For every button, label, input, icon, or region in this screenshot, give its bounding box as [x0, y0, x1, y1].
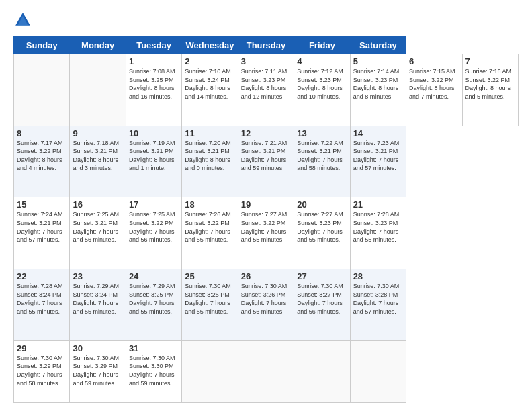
day-number: 13 — [297, 128, 347, 138]
calendar-day-cell: 9Sunrise: 7:18 AMSunset: 3:21 PMDaylight… — [70, 126, 126, 197]
day-info: Sunrise: 7:26 AMSunset: 3:22 PMDaylight:… — [185, 210, 234, 244]
day-info: Sunrise: 7:17 AMSunset: 3:22 PMDaylight:… — [17, 139, 66, 173]
calendar-day-cell: 15Sunrise: 7:24 AMSunset: 3:21 PMDayligh… — [14, 197, 70, 269]
day-number: 10 — [129, 128, 179, 138]
day-number: 2 — [185, 56, 234, 66]
day-number: 21 — [353, 199, 403, 210]
calendar-day-cell — [350, 340, 406, 402]
calendar-day-cell: 3Sunrise: 7:11 AMSunset: 3:23 PMDaylight… — [238, 54, 294, 126]
calendar-day-cell: 2Sunrise: 7:10 AMSunset: 3:24 PMDaylight… — [182, 54, 238, 126]
logo-icon — [13, 11, 32, 30]
calendar-day-cell: 22Sunrise: 7:28 AMSunset: 3:24 PMDayligh… — [14, 269, 70, 341]
day-info: Sunrise: 7:20 AMSunset: 3:21 PMDaylight:… — [185, 139, 234, 173]
day-number: 24 — [129, 271, 179, 281]
day-number: 20 — [297, 199, 347, 210]
day-info: Sunrise: 7:25 AMSunset: 3:21 PMDaylight:… — [73, 210, 122, 244]
weekday-header-cell: Sunday — [14, 37, 70, 54]
day-number: 28 — [353, 271, 403, 281]
day-number: 7 — [466, 56, 516, 66]
day-info: Sunrise: 7:30 AMSunset: 3:28 PMDaylight:… — [353, 282, 403, 316]
day-info: Sunrise: 7:24 AMSunset: 3:21 PMDaylight:… — [17, 210, 66, 244]
day-number: 30 — [73, 343, 122, 353]
calendar-day-cell: 31Sunrise: 7:30 AMSunset: 3:30 PMDayligh… — [126, 340, 181, 402]
day-number: 8 — [17, 128, 66, 138]
day-info: Sunrise: 7:30 AMSunset: 3:26 PMDaylight:… — [241, 282, 291, 316]
calendar-day-cell: 7Sunrise: 7:16 AMSunset: 3:22 PMDaylight… — [462, 54, 519, 126]
calendar-day-cell: 26Sunrise: 7:30 AMSunset: 3:26 PMDayligh… — [238, 269, 294, 341]
calendar-day-cell: 1Sunrise: 7:08 AMSunset: 3:25 PMDaylight… — [126, 54, 181, 126]
header — [13, 11, 519, 30]
day-number: 19 — [241, 199, 291, 210]
weekday-header-cell: Monday — [70, 37, 126, 54]
calendar-week-row: 1Sunrise: 7:08 AMSunset: 3:25 PMDaylight… — [14, 54, 519, 126]
calendar-day-cell: 28Sunrise: 7:30 AMSunset: 3:28 PMDayligh… — [350, 269, 406, 341]
day-number: 23 — [73, 271, 122, 281]
calendar-day-cell: 30Sunrise: 7:30 AMSunset: 3:29 PMDayligh… — [70, 340, 126, 402]
calendar-day-cell: 25Sunrise: 7:30 AMSunset: 3:25 PMDayligh… — [182, 269, 238, 341]
day-info: Sunrise: 7:10 AMSunset: 3:24 PMDaylight:… — [185, 67, 234, 101]
calendar-day-cell: 27Sunrise: 7:30 AMSunset: 3:27 PMDayligh… — [294, 269, 350, 341]
day-number: 6 — [409, 56, 459, 66]
calendar-week-row: 29Sunrise: 7:30 AMSunset: 3:29 PMDayligh… — [14, 340, 519, 402]
day-info: Sunrise: 7:30 AMSunset: 3:27 PMDaylight:… — [297, 282, 347, 316]
calendar-day-cell: 8Sunrise: 7:17 AMSunset: 3:22 PMDaylight… — [14, 126, 70, 197]
calendar-day-cell: 14Sunrise: 7:23 AMSunset: 3:21 PMDayligh… — [350, 126, 406, 197]
calendar-day-cell: 24Sunrise: 7:29 AMSunset: 3:25 PMDayligh… — [126, 269, 181, 341]
day-info: Sunrise: 7:25 AMSunset: 3:22 PMDaylight:… — [129, 210, 179, 244]
calendar-day-cell: 29Sunrise: 7:30 AMSunset: 3:29 PMDayligh… — [14, 340, 70, 402]
calendar-day-cell — [238, 340, 294, 402]
calendar-week-row: 8Sunrise: 7:17 AMSunset: 3:22 PMDaylight… — [14, 126, 519, 197]
day-info: Sunrise: 7:27 AMSunset: 3:23 PMDaylight:… — [297, 210, 347, 244]
calendar: SundayMondayTuesdayWednesdayThursdayFrid… — [13, 36, 519, 403]
calendar-week-row: 22Sunrise: 7:28 AMSunset: 3:24 PMDayligh… — [14, 269, 519, 341]
logo — [13, 11, 35, 30]
calendar-day-cell: 21Sunrise: 7:28 AMSunset: 3:23 PMDayligh… — [350, 197, 406, 269]
day-info: Sunrise: 7:11 AMSunset: 3:23 PMDaylight:… — [241, 67, 291, 101]
day-number: 11 — [185, 128, 234, 138]
day-number: 5 — [353, 56, 403, 66]
calendar-day-cell: 4Sunrise: 7:12 AMSunset: 3:23 PMDaylight… — [294, 54, 350, 126]
calendar-week-row: 15Sunrise: 7:24 AMSunset: 3:21 PMDayligh… — [14, 197, 519, 269]
day-number: 26 — [241, 271, 291, 281]
day-number: 4 — [297, 56, 347, 66]
weekday-header-cell: Wednesday — [182, 37, 238, 54]
day-info: Sunrise: 7:15 AMSunset: 3:22 PMDaylight:… — [409, 67, 459, 101]
calendar-day-cell — [14, 54, 70, 126]
day-info: Sunrise: 7:30 AMSunset: 3:30 PMDaylight:… — [129, 354, 179, 387]
day-number: 27 — [297, 271, 347, 281]
calendar-day-cell: 23Sunrise: 7:29 AMSunset: 3:24 PMDayligh… — [70, 269, 126, 341]
day-info: Sunrise: 7:08 AMSunset: 3:25 PMDaylight:… — [129, 67, 179, 101]
calendar-day-cell: 18Sunrise: 7:26 AMSunset: 3:22 PMDayligh… — [182, 197, 238, 269]
day-info: Sunrise: 7:16 AMSunset: 3:22 PMDaylight:… — [466, 67, 516, 101]
day-number: 9 — [73, 128, 122, 138]
day-info: Sunrise: 7:12 AMSunset: 3:23 PMDaylight:… — [297, 67, 347, 101]
weekday-header-cell: Thursday — [238, 37, 294, 54]
page: SundayMondayTuesdayWednesdayThursdayFrid… — [0, 0, 532, 411]
day-info: Sunrise: 7:30 AMSunset: 3:29 PMDaylight:… — [73, 354, 122, 387]
calendar-day-cell — [182, 340, 238, 402]
day-info: Sunrise: 7:23 AMSunset: 3:21 PMDaylight:… — [353, 139, 403, 173]
calendar-day-cell: 12Sunrise: 7:21 AMSunset: 3:21 PMDayligh… — [238, 126, 294, 197]
calendar-day-cell: 16Sunrise: 7:25 AMSunset: 3:21 PMDayligh… — [70, 197, 126, 269]
calendar-day-cell: 20Sunrise: 7:27 AMSunset: 3:23 PMDayligh… — [294, 197, 350, 269]
day-number: 16 — [73, 199, 122, 210]
day-info: Sunrise: 7:14 AMSunset: 3:23 PMDaylight:… — [353, 67, 403, 101]
day-number: 1 — [129, 56, 179, 66]
day-number: 22 — [17, 271, 66, 281]
day-number: 18 — [185, 199, 234, 210]
day-number: 3 — [241, 56, 291, 66]
weekday-header-cell: Tuesday — [126, 37, 181, 54]
day-info: Sunrise: 7:21 AMSunset: 3:21 PMDaylight:… — [241, 139, 291, 173]
day-number: 31 — [129, 343, 179, 353]
calendar-body: 1Sunrise: 7:08 AMSunset: 3:25 PMDaylight… — [14, 54, 519, 403]
calendar-day-cell — [294, 340, 350, 402]
calendar-day-cell: 17Sunrise: 7:25 AMSunset: 3:22 PMDayligh… — [126, 197, 181, 269]
calendar-day-cell: 5Sunrise: 7:14 AMSunset: 3:23 PMDaylight… — [350, 54, 406, 126]
calendar-day-cell: 11Sunrise: 7:20 AMSunset: 3:21 PMDayligh… — [182, 126, 238, 197]
day-number: 12 — [241, 128, 291, 138]
calendar-day-cell: 13Sunrise: 7:22 AMSunset: 3:21 PMDayligh… — [294, 126, 350, 197]
calendar-day-cell: 19Sunrise: 7:27 AMSunset: 3:22 PMDayligh… — [238, 197, 294, 269]
day-info: Sunrise: 7:28 AMSunset: 3:24 PMDaylight:… — [17, 282, 66, 316]
weekday-header-cell: Saturday — [350, 37, 406, 54]
day-info: Sunrise: 7:27 AMSunset: 3:22 PMDaylight:… — [241, 210, 291, 244]
